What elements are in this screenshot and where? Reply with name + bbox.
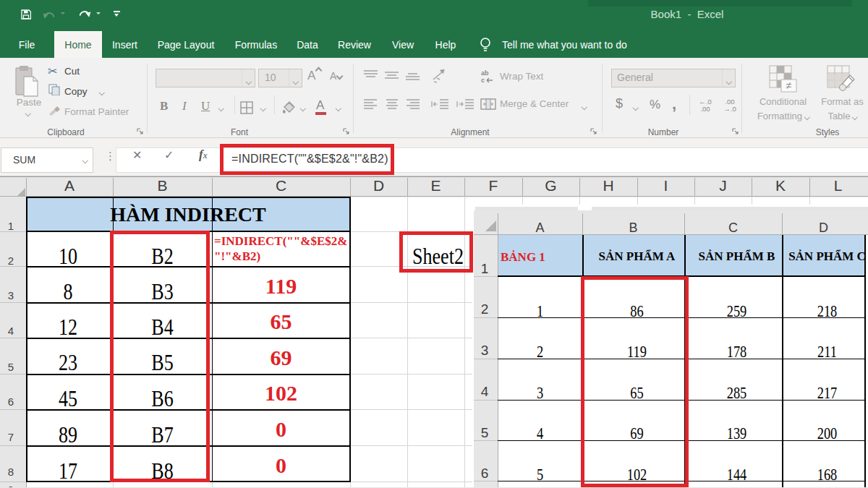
svg-text:c: c [481, 77, 485, 84]
svg-text:ab: ab [481, 69, 489, 77]
svg-text:≠: ≠ [786, 80, 792, 91]
